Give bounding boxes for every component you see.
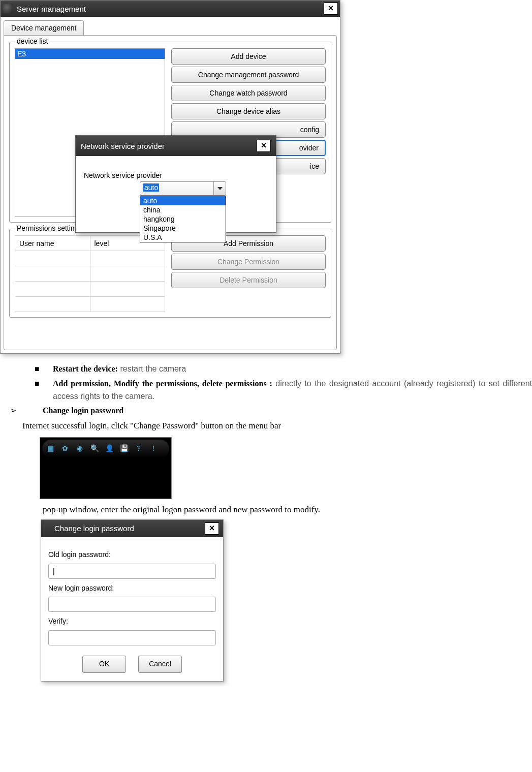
window-title: Server management — [17, 5, 324, 13]
user-icon: 👤 — [104, 444, 114, 454]
network-service-provider-dialog: Network service provider × Network servi… — [75, 135, 276, 233]
tab-strip: Device management — [1, 17, 340, 35]
permissions-table[interactable]: User name level — [15, 235, 165, 312]
close-icon[interactable]: × — [324, 3, 338, 15]
save-icon: 💾 — [119, 444, 129, 454]
new-password-label: New login password: — [48, 583, 216, 594]
ok-button[interactable]: OK — [82, 656, 126, 673]
server-management-window: Server management × Device management de… — [0, 0, 340, 354]
change-device-alias-button[interactable]: Change device alias — [171, 103, 326, 119]
gear-icon: ✿ — [60, 444, 70, 454]
change-login-password-dialog: Change login password × Old login passwo… — [41, 519, 224, 682]
nsp-title-text: Network service provider — [81, 142, 257, 150]
clp-title-text: Change login password — [45, 522, 205, 534]
table-row[interactable] — [15, 251, 165, 266]
device-list-item[interactable]: E3 — [15, 49, 165, 59]
change-login-desc: Internet successful login, click "Change… — [22, 419, 532, 433]
tab-device-management[interactable]: Device management — [4, 20, 84, 36]
col-user-name: User name — [15, 236, 90, 251]
search-icon: 🔍 — [89, 444, 100, 454]
cancel-button[interactable]: Cancel — [138, 656, 182, 673]
popup-desc: pop-up window, enter the original logon … — [43, 503, 532, 516]
change-permission-button[interactable]: Change Permission — [171, 254, 326, 270]
new-password-input[interactable] — [48, 597, 216, 612]
titlebar[interactable]: Server management × — [1, 1, 340, 17]
bullet-restart: Restart the device: restart the camera — [53, 363, 532, 376]
close-icon[interactable]: × — [205, 522, 219, 535]
app-icon — [3, 4, 13, 14]
nsp-option[interactable]: U.S.A — [140, 233, 226, 242]
nsp-combobox[interactable]: auto auto china hangkong Singapore U.S.A — [140, 181, 226, 196]
table-row[interactable] — [15, 282, 165, 297]
permission-button-column: Add Permission Change Permission Delete … — [171, 235, 326, 312]
window-body: device list E3 Add device Change managem… — [4, 35, 337, 350]
old-password-input[interactable] — [48, 564, 216, 579]
add-device-button[interactable]: Add device — [171, 48, 326, 65]
bullet-change-login-password: Change login password — [43, 405, 532, 417]
old-password-label: Old login password: — [48, 549, 216, 561]
close-icon[interactable]: × — [257, 140, 271, 152]
document-text: Restart the device: restart the camera A… — [0, 354, 532, 682]
nsp-option[interactable]: auto — [140, 196, 226, 205]
delete-permission-button[interactable]: Delete Permission — [171, 272, 326, 288]
nsp-dropdown-list[interactable]: auto china hangkong Singapore U.S.A — [140, 196, 226, 242]
table-row[interactable] — [15, 266, 165, 282]
nsp-titlebar[interactable]: Network service provider × — [76, 136, 276, 156]
nsp-option[interactable]: Singapore — [140, 224, 226, 233]
nsp-option[interactable]: hangkong — [140, 214, 226, 224]
grid-icon: ▦ — [45, 444, 55, 454]
info-icon: ! — [148, 444, 159, 454]
nsp-option[interactable]: china — [140, 205, 226, 214]
nsp-selected-value: auto — [143, 183, 159, 192]
change-management-password-button[interactable]: Change management password — [171, 67, 326, 83]
clp-titlebar[interactable]: Change login password × — [41, 520, 223, 537]
help-icon: ? — [134, 444, 144, 454]
nsp-field-label: Network service provider — [84, 171, 180, 179]
toolbar-screenshot: ▦ ✿ ◉ 🔍 👤 💾 ? ! — [40, 437, 172, 499]
bullet-permissions: Add permission, Modify the permissions, … — [53, 378, 532, 403]
change-watch-password-button[interactable]: Change watch password — [171, 85, 326, 101]
chevron-down-icon[interactable] — [213, 182, 226, 195]
permissions-legend: Permissions setting — [15, 224, 80, 232]
verify-password-label: Verify: — [48, 616, 216, 627]
camera-icon: ◉ — [75, 444, 85, 454]
verify-password-input[interactable] — [48, 630, 216, 645]
device-list-legend: device list — [15, 37, 50, 45]
table-row[interactable] — [15, 297, 165, 312]
